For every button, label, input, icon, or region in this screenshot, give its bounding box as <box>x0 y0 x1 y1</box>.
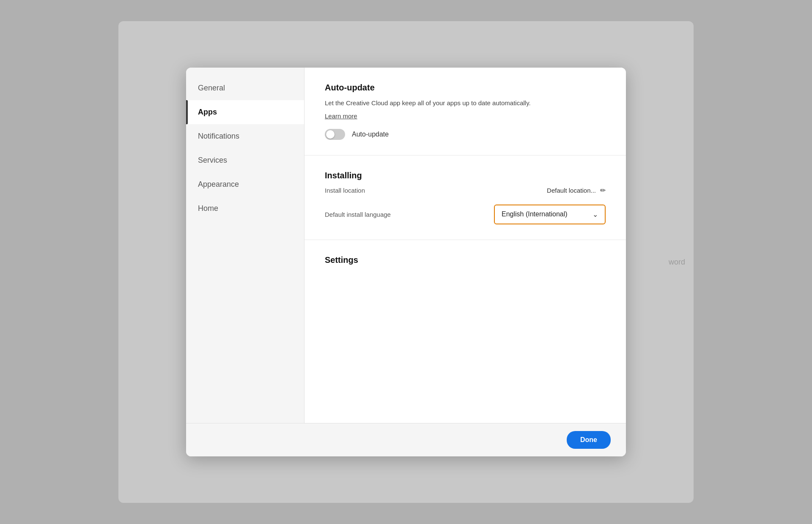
default-language-row: Default install language English (Intern… <box>325 205 606 224</box>
sidebar-item-home-label: Home <box>198 204 218 213</box>
sidebar-item-notifications-label: Notifications <box>198 132 239 140</box>
sidebar-item-notifications[interactable]: Notifications <box>186 124 304 148</box>
sidebar-item-services[interactable]: Services <box>186 148 304 172</box>
sidebar-item-apps[interactable]: Apps <box>186 100 304 124</box>
chevron-down-icon: ⌄ <box>593 210 598 218</box>
installing-section: Installing Install location Default loca… <box>304 156 626 240</box>
settings-dialog: General Apps Notifications Services Appe… <box>186 68 626 456</box>
auto-update-title: Auto-update <box>325 83 606 93</box>
install-location-label: Install location <box>325 187 365 194</box>
settings-title: Settings <box>325 255 606 265</box>
sidebar-item-general-label: General <box>198 84 225 92</box>
main-content: Auto-update Let the Creative Cloud app k… <box>304 68 626 423</box>
edit-icon[interactable]: ✏ <box>600 186 606 194</box>
auto-update-toggle-label: Auto-update <box>352 131 389 138</box>
auto-update-toggle-row: Auto-update <box>325 129 606 140</box>
sidebar: General Apps Notifications Services Appe… <box>186 68 304 423</box>
sidebar-item-apps-label: Apps <box>198 108 217 116</box>
toggle-knob <box>326 130 335 139</box>
sidebar-item-general[interactable]: General <box>186 76 304 100</box>
done-button[interactable]: Done <box>567 431 611 449</box>
behind-window-text: word <box>669 258 685 267</box>
sidebar-item-appearance[interactable]: Appearance <box>186 172 304 196</box>
sidebar-item-services-label: Services <box>198 156 227 164</box>
install-location-value: Default location... <box>547 187 596 194</box>
auto-update-description: Let the Creative Cloud app keep all of y… <box>325 98 606 108</box>
dialog-footer: Done <box>186 423 626 456</box>
sidebar-item-home[interactable]: Home <box>186 196 304 221</box>
sidebar-item-appearance-label: Appearance <box>198 180 239 188</box>
install-location-row: Install location Default location... ✏ <box>325 186 606 194</box>
settings-section: Settings <box>304 240 626 286</box>
dialog-body: General Apps Notifications Services Appe… <box>186 68 626 423</box>
default-language-label: Default install language <box>325 211 391 218</box>
auto-update-toggle[interactable] <box>325 129 345 140</box>
outer-background: word General Apps Notifications Services <box>118 21 694 503</box>
installing-title: Installing <box>325 171 606 180</box>
language-select-value: English (International) <box>502 210 568 218</box>
install-location-value-group: Default location... ✏ <box>547 186 606 194</box>
learn-more-link[interactable]: Learn more <box>325 112 357 120</box>
language-select-wrapper[interactable]: English (International) ⌄ <box>494 205 606 224</box>
auto-update-section: Auto-update Let the Creative Cloud app k… <box>304 68 626 156</box>
language-select-inner[interactable]: English (International) ⌄ <box>495 205 605 224</box>
